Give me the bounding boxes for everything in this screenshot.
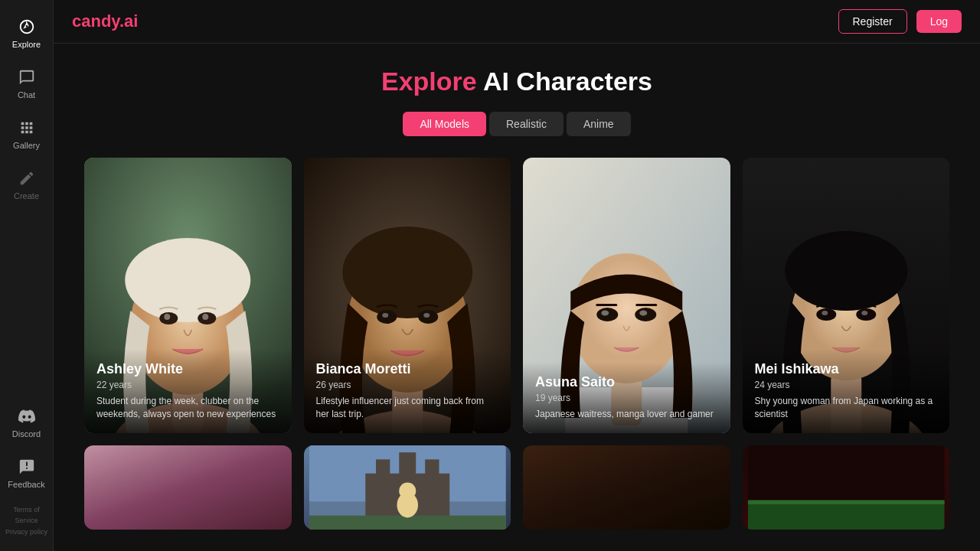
- svg-point-16: [382, 313, 388, 318]
- sidebar-item-chat[interactable]: Chat: [0, 58, 53, 109]
- create-icon: [17, 168, 37, 188]
- card-age-bianca: 26 years: [316, 380, 499, 390]
- logo-ai: .ai: [119, 11, 138, 31]
- card-desc-ashley: Student during the week, clubber on the …: [96, 395, 279, 421]
- login-button[interactable]: Log: [916, 10, 962, 33]
- main-area: candy.ai Register Log Explore AI Charact…: [54, 0, 980, 551]
- content-area: Explore AI Characters All Models Realist…: [54, 44, 980, 551]
- filter-realistic[interactable]: Realistic: [489, 112, 564, 136]
- card-overlay-mei: Mei Ishikawa 24 years Shy young woman fr…: [743, 349, 950, 433]
- sidebar-gallery-label: Gallery: [13, 141, 40, 150]
- card-name-bianca: Bianca Moretti: [316, 361, 499, 377]
- privacy-link[interactable]: Privacy policy: [5, 528, 47, 536]
- svg-rect-47: [747, 501, 944, 530]
- character-card-bianca[interactable]: Bianca Moretti 26 years Lifestyle influe…: [304, 158, 511, 433]
- card-overlay-bianca: Bianca Moretti 26 years Lifestyle influe…: [304, 349, 511, 433]
- card-desc-mei: Shy young woman from Japan working as a …: [755, 395, 938, 421]
- sidebar-item-create[interactable]: Create: [0, 159, 53, 210]
- card-name-asuna: Asuna Saito: [535, 374, 718, 390]
- terms-link[interactable]: Terms of Service: [13, 506, 40, 524]
- character-card-mei[interactable]: Mei Ishikawa 24 years Shy young woman fr…: [743, 158, 950, 433]
- card-desc-bianca: Lifestyle influencer just coming back fr…: [316, 395, 499, 421]
- filter-anime[interactable]: Anime: [567, 112, 631, 136]
- character-card-ashley[interactable]: Ashley White 22 years Student during the…: [84, 158, 292, 433]
- svg-rect-26: [596, 304, 617, 306]
- gallery-icon: [17, 118, 37, 138]
- card-age-asuna: 19 years: [535, 393, 718, 403]
- svg-point-4: [125, 238, 250, 322]
- filter-tabs: All Models Realistic Anime: [84, 112, 949, 136]
- sidebar-discord-label: Discord: [12, 429, 41, 439]
- character-card-6[interactable]: [304, 445, 511, 530]
- card-name-ashley: Ashley White: [96, 361, 279, 377]
- compass-icon: [17, 17, 37, 37]
- character-card-asuna[interactable]: Asuna Saito 19 years Japanese waitress, …: [523, 158, 730, 433]
- page-title-highlight: Explore: [381, 67, 477, 96]
- page-title: Explore AI Characters: [84, 67, 949, 96]
- logo-candy: candy: [72, 11, 119, 31]
- svg-point-13: [342, 227, 472, 318]
- svg-rect-48: [747, 500, 944, 505]
- card-overlay-asuna: Asuna Saito 19 years Japanese waitress, …: [523, 362, 730, 433]
- sidebar-feedback-label: Feedback: [8, 480, 44, 489]
- svg-point-7: [164, 314, 170, 320]
- character-card-5[interactable]: [84, 445, 292, 530]
- svg-rect-43: [309, 516, 505, 530]
- sidebar-chat-label: Chat: [18, 90, 35, 99]
- sidebar: Explore Chat Gallery Create: [0, 0, 54, 551]
- svg-rect-41: [425, 459, 439, 481]
- sidebar-explore-label: Explore: [12, 40, 41, 49]
- svg-point-35: [822, 311, 828, 315]
- svg-point-25: [639, 311, 647, 316]
- card-desc-asuna: Japanese waitress, manga lover and gamer: [535, 408, 718, 421]
- logo: candy.ai: [72, 11, 138, 31]
- svg-rect-40: [376, 459, 390, 481]
- register-button[interactable]: Register: [838, 9, 907, 34]
- svg-point-17: [423, 313, 430, 318]
- svg-point-36: [861, 311, 867, 315]
- discord-icon: [17, 406, 37, 426]
- page-title-rest: AI Characters: [477, 67, 652, 96]
- character-card-8[interactable]: [743, 445, 950, 530]
- card-age-mei: 24 years: [755, 380, 938, 390]
- svg-rect-27: [635, 304, 657, 306]
- character-card-7[interactable]: [523, 445, 730, 530]
- feedback-icon: [17, 457, 37, 477]
- card-age-ashley: 22 years: [96, 380, 279, 390]
- sidebar-create-label: Create: [14, 191, 39, 201]
- sidebar-item-gallery[interactable]: Gallery: [0, 109, 53, 159]
- characters-grid: Ashley White 22 years Student during the…: [84, 158, 949, 530]
- svg-rect-42: [399, 452, 416, 481]
- svg-point-8: [202, 314, 208, 320]
- chat-icon: [17, 67, 37, 87]
- header-actions: Register Log: [838, 9, 962, 34]
- sidebar-footer: Terms of Service Privacy policy: [0, 498, 53, 543]
- header: candy.ai Register Log: [54, 0, 980, 44]
- card-name-mei: Mei Ishikawa: [755, 361, 938, 377]
- svg-point-45: [399, 483, 416, 500]
- filter-all-models[interactable]: All Models: [403, 112, 486, 136]
- card-overlay-ashley: Ashley White 22 years Student during the…: [84, 349, 292, 433]
- sidebar-item-explore[interactable]: Explore: [0, 8, 53, 58]
- sidebar-item-discord[interactable]: Discord: [0, 397, 53, 448]
- svg-point-32: [785, 231, 907, 311]
- svg-point-24: [601, 311, 609, 316]
- sidebar-item-feedback[interactable]: Feedback: [0, 448, 53, 498]
